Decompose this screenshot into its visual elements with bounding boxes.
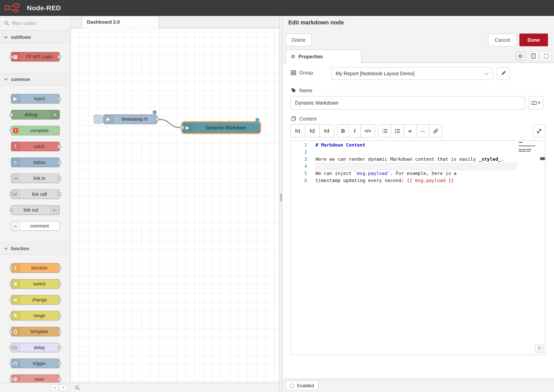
line-number[interactable]: 2 — [291, 149, 307, 156]
palette-category-subflows[interactable]: subflows — [0, 31, 70, 43]
change-icon: ⇌ — [11, 295, 20, 304]
palette-node-trigger[interactable]: ⊓ trigger — [11, 358, 59, 368]
link-button[interactable] — [429, 124, 442, 137]
name-input[interactable] — [290, 96, 525, 110]
status-icon: ≈ — [11, 158, 20, 167]
md-h3-button[interactable]: h3 — [319, 124, 334, 137]
palette-node-link-in[interactable]: ⇥ link in — [11, 174, 59, 183]
node-output-port — [57, 282, 61, 286]
flow-node-dynamic-markdown[interactable]: ▶ Dynamic Markdown — [182, 122, 260, 133]
search-icon — [4, 21, 9, 26]
palette-node-catch[interactable]: ! catch — [11, 142, 59, 151]
palette-node-link-out[interactable]: ⇤ link out — [11, 205, 59, 215]
flow-node-timestamp[interactable]: ▶ timestamp ↻ — [103, 114, 157, 124]
group-select[interactable]: My Report [Notebook Layout Demo] — [331, 67, 493, 80]
changed-indicator — [256, 118, 259, 122]
canvas-footer — [71, 383, 279, 392]
edit-group-button[interactable] — [497, 67, 510, 80]
palette-category: subflows ▤ FF API Login — [0, 31, 70, 73]
tray-title: Edit markdown node — [288, 20, 344, 26]
unordered-list-button[interactable] — [391, 124, 404, 137]
palette-node-complete[interactable]: ! complete — [11, 126, 59, 135]
palette-node-ff-api-login[interactable]: ▤ FF API Login — [11, 52, 59, 62]
palette-node-link-call[interactable]: ⇄ link call — [11, 189, 59, 199]
flow-canvas[interactable]: ▶ timestamp ↻ ▶ Dynamic Markdown — [71, 28, 279, 383]
palette-node-delay[interactable]: ◷ delay — [11, 343, 59, 352]
node-appearance-button[interactable] — [541, 51, 551, 61]
node-output-port — [57, 362, 61, 365]
enabled-toggle-button[interactable]: Enabled — [286, 381, 319, 390]
code-line: # Markdown Content — [316, 142, 517, 149]
horizontal-rule-button[interactable]: — — [416, 124, 429, 137]
node-red-app: Node-RED subflows ▤ FF API Login common … — [0, 0, 554, 392]
palette-search-input[interactable] — [12, 20, 62, 26]
line-number[interactable]: 5 — [291, 170, 307, 177]
expand-editor-button[interactable] — [533, 124, 546, 137]
wire-layer — [71, 28, 279, 383]
name-label: Name — [290, 88, 312, 93]
palette-node-debug[interactable]: ≡ debug — [11, 110, 59, 119]
palette-node-comment[interactable]: “ comment — [11, 221, 59, 231]
node-settings-button[interactable]: ⚙ — [515, 51, 526, 61]
group-label: Group — [290, 70, 313, 76]
palette-node-inject[interactable]: ▶ inject — [11, 94, 59, 103]
expand-all-button[interactable]: « — [59, 384, 67, 391]
trigger-icon: ⊓ — [11, 359, 20, 368]
typed-input-type-button[interactable] — [529, 96, 543, 110]
node-description-button[interactable] — [528, 51, 539, 61]
zoom-search-button[interactable] — [73, 384, 82, 392]
md-i-button[interactable]: I — [349, 124, 361, 137]
content-label: Content — [290, 116, 317, 122]
tab-dashboard-2.0[interactable]: Dashboard 2.0 — [82, 16, 159, 28]
palette-node-function[interactable]: ƒ function — [11, 263, 59, 273]
line-number[interactable]: 6 — [291, 177, 307, 184]
md--button[interactable]: </> — [360, 124, 375, 137]
line-number[interactable]: 1 — [291, 142, 307, 149]
tray-resizer[interactable] — [279, 16, 283, 392]
tab-properties[interactable]: ⚙ Properties — [286, 49, 362, 63]
palette-node-switch[interactable]: ≷ switch — [11, 279, 59, 289]
palette-category: common ▶ inject ≡ debug ! complete ! cat… — [0, 73, 70, 242]
node-label: Dynamic Markdown — [183, 125, 260, 130]
md-h1-button[interactable]: h1 — [290, 124, 305, 137]
cancel-button[interactable]: Cancel — [488, 34, 517, 46]
line-number[interactable]: 3 — [291, 156, 307, 163]
palette-category-list: ▤ FF API Login — [0, 43, 70, 73]
palette-node-range[interactable]: ⇅ range — [11, 311, 59, 320]
palette-node-exec[interactable]: ⚙ exec — [11, 374, 59, 383]
inject-trigger-button[interactable] — [94, 115, 102, 124]
wire[interactable] — [159, 119, 181, 127]
range-icon: ⇅ — [11, 311, 20, 320]
palette-category-common[interactable]: common — [0, 73, 70, 85]
palette-node-status[interactable]: ≈ status — [11, 158, 59, 167]
delete-button[interactable]: Delete — [286, 34, 312, 46]
editor-help-button[interactable]: ? — [535, 344, 543, 353]
palette-node-template[interactable]: {} template — [11, 327, 59, 336]
done-button[interactable]: Done — [519, 34, 548, 46]
toggle-circle-icon — [290, 384, 294, 388]
editor-line: 5We can inject `msg.payload`. For exampl… — [291, 170, 517, 177]
palette-node-change[interactable]: ⇌ change — [11, 295, 59, 304]
blockquote-button[interactable]: “ — [403, 124, 416, 137]
node-output-port[interactable] — [155, 117, 159, 121]
md-b-button[interactable]: B — [337, 124, 349, 137]
ordered-list-button[interactable]: 123 — [378, 124, 391, 137]
line-number[interactable]: 4 — [291, 163, 307, 170]
collapse-all-button[interactable]: « — [51, 384, 58, 391]
ordered-list-icon: 123 — [382, 128, 387, 134]
minimap[interactable] — [519, 142, 539, 153]
node-input-port[interactable] — [181, 126, 184, 129]
palette-category-function[interactable]: function — [0, 242, 70, 255]
node-output-port — [57, 176, 61, 180]
palette-search[interactable] — [0, 16, 70, 31]
double-chevron-up-icon: « — [52, 386, 57, 388]
markdown-toolbar: h1h2h3BI</>123“— — [290, 124, 442, 137]
code-line: We can inject `msg.payload`. For example… — [316, 170, 517, 177]
md-h2-button[interactable]: h2 — [305, 124, 320, 137]
link-out-icon: ⇤ — [50, 206, 59, 215]
palette-category-label: common — [11, 77, 30, 82]
group-grid-icon — [290, 70, 296, 75]
markdown-editor[interactable]: 1# Markdown Content23Here we can render … — [290, 140, 546, 355]
gear-icon: ⚙ — [518, 53, 523, 59]
book-icon — [531, 100, 537, 105]
